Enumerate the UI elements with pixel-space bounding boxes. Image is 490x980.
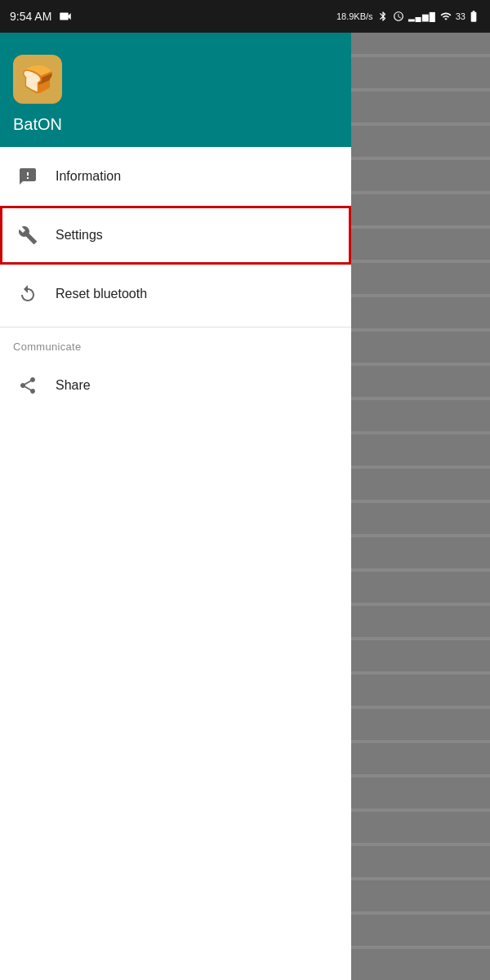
signal-bars: ▂▄▆█ [408,12,436,21]
menu-item-information[interactable]: Information [0,147,351,206]
navigation-drawer: 🍞 BatON Information [0,33,351,980]
battery-icon [467,10,480,23]
app-name: BatON [13,115,62,134]
time-display: 9:54 AM [10,10,51,23]
overlay-stripes [351,33,490,980]
menu-item-reset-bluetooth[interactable]: Reset bluetooth [0,265,351,323]
communicate-section-header: Communicate [0,331,351,356]
status-bar: 9:54 AM 18.9KB/s ▂▄▆█ 33 [0,0,490,33]
status-left: 9:54 AM [10,9,73,24]
menu-item-share[interactable]: Share [0,356,351,415]
reset-bluetooth-icon [13,279,42,309]
app-icon: 🍞 [13,55,62,104]
main-layout: 🍞 BatON Information [0,33,490,980]
overlay-background[interactable] [351,33,490,980]
toast-icon: 🍞 [21,64,54,95]
reset-bluetooth-label: Reset bluetooth [56,287,147,301]
status-right: 18.9KB/s ▂▄▆█ 33 [336,10,480,23]
menu-section: Information Settings Reset bluetoo [0,147,351,980]
menu-divider [0,327,351,327]
network-speed: 18.9KB/s [336,11,373,21]
bluetooth-icon [377,11,389,22]
camera-icon [58,9,73,24]
share-icon [13,371,42,400]
wifi-icon [440,11,452,22]
share-label: Share [56,378,91,393]
drawer-header: 🍞 BatON [0,33,351,147]
battery-display: 33 [456,10,480,23]
information-label: Information [56,169,121,184]
information-icon [13,162,42,191]
alarm-icon [393,11,404,22]
settings-label: Settings [56,228,103,243]
menu-item-settings[interactable]: Settings [0,206,351,265]
settings-icon [13,220,42,250]
